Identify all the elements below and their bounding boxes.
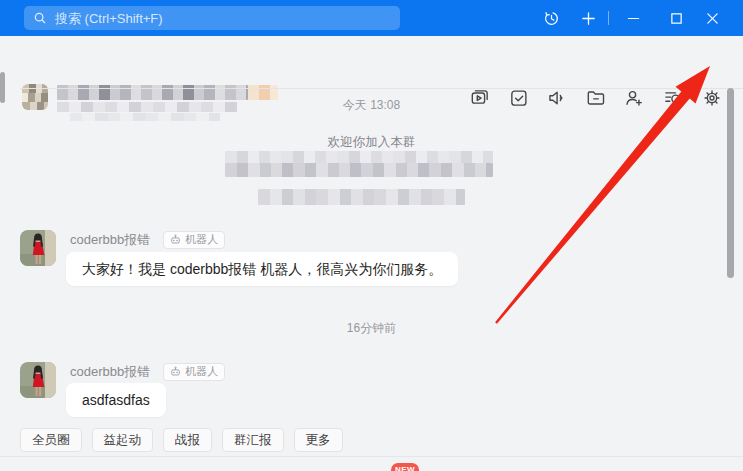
tab-more[interactable]: 更多 <box>294 428 343 452</box>
footer-divider <box>0 456 743 457</box>
qq-chat-window: 今天 13:08 欢迎你加入本群 coderbbb报错 <box>0 0 743 471</box>
sender-name[interactable]: coderbbb报错 <box>70 363 150 381</box>
header-divider <box>20 88 743 89</box>
tab-zhanbao[interactable]: 战报 <box>163 428 212 452</box>
group-app-tabs: 全员圈 益起动 战报 群汇报 更多 <box>20 428 343 452</box>
tab-quanyuanquan[interactable]: 全员圈 <box>20 428 82 452</box>
search-icon <box>33 11 47 25</box>
titlebar <box>0 0 743 36</box>
chat-scrollbar[interactable] <box>727 88 734 278</box>
sender-avatar[interactable] <box>20 362 56 398</box>
robot-badge-label: 机器人 <box>185 364 218 379</box>
message-bubble[interactable]: asdfasdfas <box>66 383 166 417</box>
robot-badge: 机器人 <box>163 231 225 249</box>
robot-badge: 机器人 <box>163 363 225 381</box>
robot-icon <box>170 234 181 245</box>
date-timestamp: 今天 13:08 <box>0 97 743 114</box>
titlebar-divider <box>608 11 609 25</box>
blurred-group-subtitle-2 <box>70 113 220 121</box>
tab-qunhuibao[interactable]: 群汇报 <box>222 428 284 452</box>
robot-badge-label: 机器人 <box>185 232 218 247</box>
add-icon[interactable] <box>576 6 600 30</box>
robot-icon <box>170 366 181 377</box>
global-search-box[interactable] <box>24 6 400 30</box>
sender-avatar[interactable] <box>20 230 56 266</box>
sender-name[interactable]: coderbbb报错 <box>70 231 150 249</box>
maximize-icon[interactable] <box>664 6 688 30</box>
new-feature-badge: NEW <box>391 463 419 471</box>
search-input[interactable] <box>53 10 400 27</box>
blurred-system-message <box>225 163 493 177</box>
minimize-icon[interactable] <box>621 6 645 30</box>
tab-yiqidong[interactable]: 益起动 <box>92 428 154 452</box>
history-icon[interactable] <box>539 6 563 30</box>
relative-timestamp: 16分钟前 <box>0 320 743 337</box>
close-icon[interactable] <box>700 6 724 30</box>
chat-header <box>0 36 743 88</box>
blurred-system-message <box>225 151 493 163</box>
welcome-message: 欢迎你加入本群 <box>0 134 743 151</box>
blurred-system-message <box>258 189 465 205</box>
message-bubble[interactable]: 大家好！我是 coderbbb报错 机器人，很高兴为你们服务。 <box>66 252 458 286</box>
left-edge-scrollbar[interactable] <box>0 72 5 103</box>
